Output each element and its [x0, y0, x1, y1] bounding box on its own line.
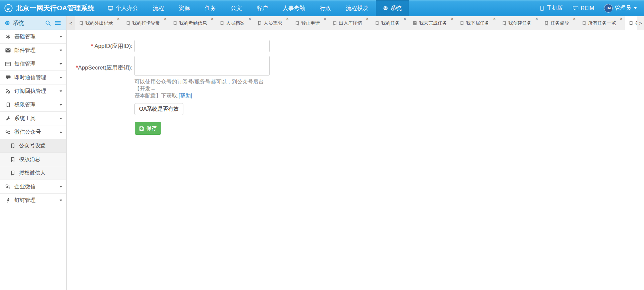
sidebar-item-label: 邮件管理 — [14, 47, 36, 54]
tab-task-supervision[interactable]: 任务督导 × — [540, 16, 578, 30]
tab-my-punch-anomaly[interactable]: 我的打卡异常 × — [122, 16, 169, 30]
close-icon[interactable]: × — [117, 17, 119, 21]
sidebar-item-label: 授权微信人 — [19, 170, 46, 177]
nav-item-system[interactable]: 系统 — [376, 0, 409, 16]
nav-item-label: 人事考勤 — [283, 4, 305, 12]
tab-label: 出入库详情 — [339, 20, 362, 26]
nav-item-label: 流程 — [153, 4, 164, 12]
bookmark-icon — [333, 21, 337, 26]
close-icon[interactable]: × — [164, 17, 166, 21]
sidebar-item-subscription-receipt[interactable]: 订阅回执管理 — [0, 84, 66, 98]
appid-row: * AppID(应用ID): — [67, 40, 644, 52]
sidebar-item-label: 系统工具 — [14, 115, 36, 122]
bookmark-icon — [629, 21, 633, 26]
close-icon[interactable]: × — [573, 17, 575, 21]
save-button[interactable]: 保存 — [135, 122, 161, 135]
bookmark-icon — [582, 21, 586, 26]
gear-icon — [383, 6, 388, 11]
user-name-label: 管理员 — [615, 5, 631, 12]
mobile-version-label: 手机版 — [547, 5, 563, 12]
nav-item-hr-attendance[interactable]: 人事考勤 — [275, 0, 313, 16]
tab-my-tasks[interactable]: 我的任务 × — [371, 16, 408, 30]
sidebar-item-label: 基础管理 — [14, 33, 36, 40]
nav-item-personal-office[interactable]: 个人办公 — [101, 0, 145, 16]
close-icon[interactable]: × — [404, 17, 406, 21]
sidebar-item-enterprise-wechat[interactable]: 企业微信 — [0, 180, 66, 194]
bookmark-icon — [295, 21, 299, 26]
tab-inventory-details[interactable]: 出入库详情 × — [328, 16, 371, 30]
appsecret-textarea[interactable] — [134, 56, 270, 75]
close-icon[interactable]: × — [366, 17, 368, 21]
sidebar-item-instant-messaging[interactable]: 即时通信管理 — [0, 71, 66, 84]
bookmark-icon — [220, 21, 224, 26]
sidebar-item-basic-management[interactable]: 基础管理 — [0, 30, 66, 44]
nav-item-customers[interactable]: 客户 — [249, 0, 275, 16]
close-icon[interactable]: × — [249, 17, 251, 21]
gear-icon — [5, 20, 10, 26]
monitor-icon — [108, 6, 113, 11]
chevron-down-icon — [60, 186, 62, 188]
menu-icon[interactable] — [54, 19, 62, 27]
sidebar-item-wechat-official-account[interactable]: 微信公众号 — [0, 125, 66, 139]
chevron-down-icon — [60, 77, 62, 78]
tab-label: 我创建任务 — [508, 20, 532, 26]
sidebar-item-label: 权限管理 — [14, 101, 36, 108]
app-title: 北京一网天行OA管理系统 — [16, 4, 95, 13]
close-icon[interactable]: × — [493, 17, 496, 21]
appid-label: * AppID(应用ID): — [67, 40, 134, 52]
nav-item-tasks[interactable]: 任务 — [197, 0, 223, 16]
oa-validity-button[interactable]: OA系统是否有效 — [134, 103, 183, 115]
sidebar: 系统 基础管理 邮件管理 短信管理 即时通信管理 — [0, 16, 67, 290]
chat-icon — [573, 6, 578, 11]
sidebar-item-sms-management[interactable]: 短信管理 — [0, 57, 66, 71]
reim-button[interactable]: REIM — [573, 5, 594, 11]
tab-all-tasks-overview[interactable]: 所有任务一览 × — [578, 16, 625, 30]
nav-item-label: 系统 — [390, 4, 402, 12]
avatar: TM — [604, 4, 613, 13]
nav-item-administration[interactable]: 行政 — [313, 0, 338, 16]
nav-item-workflow-modules[interactable]: 流程模块 — [338, 0, 376, 16]
tab-personnel-requirements[interactable]: 人员需求 × — [253, 16, 291, 30]
close-icon[interactable]: × — [536, 17, 538, 21]
chat-bubble-icon — [5, 75, 11, 80]
nav-item-resources[interactable]: 资源 — [171, 0, 197, 16]
bookmark-icon — [10, 171, 16, 176]
tab-my-unfinished-tasks[interactable]: 我未完成任务 × — [408, 16, 456, 30]
close-icon[interactable]: × — [324, 17, 326, 21]
sidebar-item-official-account-settings[interactable]: 公众号设置 — [0, 139, 66, 153]
sidebar-item-template-messages[interactable]: 模版消息 — [0, 153, 66, 166]
mobile-version-button[interactable]: 手机版 — [539, 5, 563, 12]
close-icon[interactable]: × — [286, 17, 289, 21]
sidebar-item-mail-management[interactable]: 邮件管理 — [0, 44, 66, 57]
help-link[interactable]: [帮助] — [178, 93, 192, 98]
tab-my-attendance-info[interactable]: 我的考勤信息 × — [169, 16, 216, 30]
main-content: * AppID(应用ID): *AppSecret(应用密钥): 可以使用公众号… — [67, 30, 644, 290]
tab-strip: 我的外出记录 × 我的打卡异常 × 我的考勤信息 × 人员档案 × 人员需求 ×… — [75, 16, 644, 30]
tab-personnel-files[interactable]: 人员档案 × — [216, 16, 253, 30]
close-icon[interactable]: × — [620, 17, 622, 21]
tab-my-subordinate-tasks[interactable]: 我下属任务 × — [456, 16, 498, 30]
chevron-down-icon — [60, 118, 62, 119]
nav-item-documents[interactable]: 公文 — [223, 0, 249, 16]
sidebar-item-system-tools[interactable]: 系统工具 — [0, 112, 66, 125]
bookmark-icon — [79, 21, 83, 26]
sidebar-item-permission-management[interactable]: 权限管理 — [0, 98, 66, 112]
reim-label: REIM — [581, 5, 594, 11]
chevron-down-icon — [60, 90, 62, 92]
tab-scroll-left-button[interactable]: < — [67, 16, 75, 30]
nav-item-workflow[interactable]: 流程 — [145, 0, 171, 16]
close-icon[interactable]: × — [211, 17, 213, 21]
appid-input[interactable] — [134, 40, 270, 52]
tab-regularization-application[interactable]: 转正申请 × — [291, 16, 328, 30]
user-menu[interactable]: TM 管理员 — [604, 4, 637, 13]
search-icon[interactable] — [44, 19, 52, 27]
tab-label: 我下属任务 — [466, 20, 489, 26]
sidebar-item-authorized-wechat-users[interactable]: 授权微信人 — [0, 166, 66, 180]
tab-scroll-right-button[interactable]: > — [637, 16, 644, 30]
tab-my-created-tasks[interactable]: 我创建任务 × — [498, 16, 540, 30]
tab-my-outing-records[interactable]: 我的外出记录 × — [75, 16, 122, 30]
bookmark-icon — [258, 21, 262, 26]
close-icon[interactable]: × — [451, 17, 453, 21]
sidebar-item-dingtalk-management[interactable]: 钉钉管理 — [0, 194, 66, 207]
sidebar-item-label: 模版消息 — [19, 156, 40, 163]
